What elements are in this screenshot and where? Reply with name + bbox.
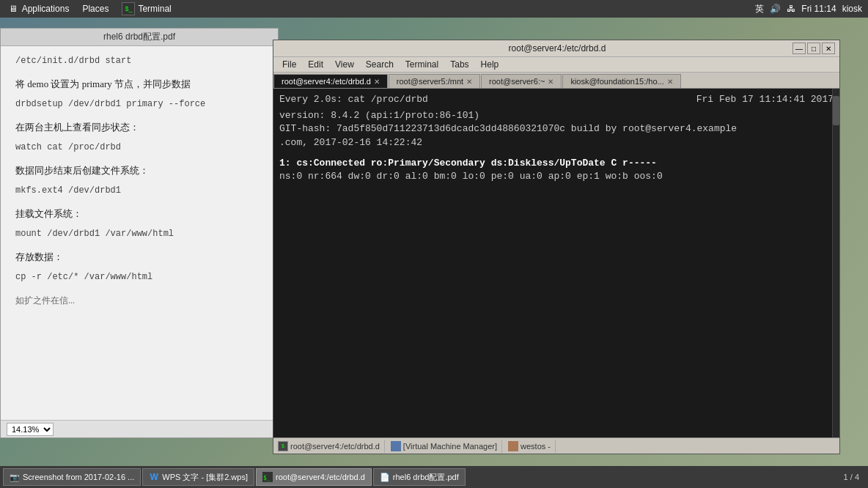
menu-search[interactable]: Search: [360, 58, 400, 71]
pdf-line-3: drbdsetup /dev/drbd1 primary --force: [15, 97, 263, 113]
statusbar-item-0[interactable]: $ root@server4:/etc/drbd.d: [273, 440, 385, 453]
tab-close-2[interactable]: ✕: [548, 78, 553, 86]
taskbar-terminal[interactable]: $_ root@server4:/etc/drbd.d: [256, 468, 372, 486]
maximize-button[interactable]: □: [807, 42, 820, 54]
terminal-output-line-2: .com, 2017-02-16 14:22:42: [279, 136, 834, 149]
terminal-output-line-5: ns:0 nr:664 dw:0 dr:0 al:0 bm:0 lo:0 pe:…: [279, 170, 834, 183]
terminal-output-line-1: GIT-hash: 7ad5f850d711223713d6dcadc3dd48…: [279, 122, 834, 136]
pdf-title: rhel6 drbd配置.pdf: [103, 32, 175, 42]
pdf-window: rhel6 drbd配置.pdf /etc/init.d/drbd start …: [0, 28, 279, 438]
tab-server4-drbd[interactable]: root@server4:/etc/drbd.d ✕: [273, 74, 388, 88]
pdf-content: /etc/init.d/drbd start 将 demo 设置为 primar…: [1, 46, 278, 316]
statusbar-label-0: root@server4:/etc/drbd.d: [290, 442, 380, 451]
terminal-applet[interactable]: $_ Terminal: [116, 1, 177, 17]
terminal-body[interactable]: Every 2.0s: cat /proc/drbd Fri Feb 17 11…: [273, 89, 839, 188]
pdf-line-7: mkfs.ext4 /dev/drbd1: [15, 183, 263, 199]
taskbar: 📷 Screenshot from 2017-02-16 ... W WPS 文…: [0, 466, 868, 488]
terminal-output-line-4: 1: cs:Connected ro:Primary/Secondary ds:…: [279, 157, 834, 170]
terminal-titlebar: root@server4:/etc/drbd.d — □ ✕: [273, 40, 839, 57]
taskbar-pdf[interactable]: 📄 rhel6 drbd配置.pdf: [373, 468, 466, 486]
tab-close-0[interactable]: ✕: [374, 78, 380, 86]
taskbar-wps[interactable]: W WPS 文字 - [集群2.wps]: [142, 468, 254, 486]
pdf-line-9: mount /dev/drbd1 /var/www/html: [15, 226, 263, 243]
pdf-zoom-bar: 14.13%: [1, 420, 278, 437]
terminal-title: root@server4:/etc/drbd.d: [322, 43, 792, 53]
tab-close-3[interactable]: ✕: [667, 78, 673, 86]
tab-label-1: root@server5:/mnt: [397, 77, 463, 86]
pdf-line-6: 数据同步结束后创建文件系统：: [15, 162, 263, 179]
taskbar-wps-label: WPS 文字 - [集群2.wps]: [162, 472, 248, 483]
tab-kiosk-foundation[interactable]: kiosk@foundation15:/ho... ✕: [562, 74, 680, 88]
terminal-win-buttons: — □ ✕: [792, 42, 835, 54]
taskbar-page-info: 1 / 4: [844, 473, 865, 481]
pdf-line-5: watch cat /proc/drbd: [15, 140, 263, 156]
wps-icon: W: [149, 472, 159, 482]
taskbar-screenshot[interactable]: 📷 Screenshot from 2017-02-16 ...: [3, 468, 141, 486]
terminal-tabs: root@server4:/etc/drbd.d ✕ root@server5:…: [273, 73, 839, 89]
terminal-scrollbar[interactable]: [832, 89, 839, 437]
scrollbar-thumb[interactable]: [833, 96, 839, 125]
menu-help[interactable]: Help: [475, 58, 505, 71]
terminal-icon: $_: [122, 2, 135, 15]
menu-file[interactable]: File: [276, 58, 302, 71]
screenshot-icon: 📷: [10, 472, 20, 482]
zoom-select[interactable]: 14.13%: [7, 423, 54, 436]
menu-view[interactable]: View: [329, 58, 360, 71]
page-info-label: 1 / 4: [844, 473, 859, 481]
statusbar-item-1[interactable]: [Virtual Machine Manager]: [386, 440, 502, 453]
terminal-menubar: File Edit View Search Terminal Tabs Help: [273, 57, 839, 73]
pdf-titlebar: rhel6 drbd配置.pdf: [1, 29, 278, 46]
terminal-window: root@server4:/etc/drbd.d — □ ✕ File Edit…: [273, 40, 840, 454]
tab-label-0: root@server4:/etc/drbd.d: [282, 77, 371, 86]
pdf-line-10: 存放数据：: [15, 248, 263, 265]
terminal-statusbar: $ root@server4:/etc/drbd.d [Virtual Mach…: [273, 437, 839, 454]
pdf-line-8: 挂载文件系统：: [15, 205, 263, 222]
pdf-line-2: 将 demo 设置为 primary 节点，并同步数据: [15, 75, 263, 92]
tab-label-2: root@server6:~: [489, 77, 545, 86]
applications-label: Applications: [22, 4, 70, 14]
taskbar-screenshot-label: Screenshot from 2017-02-16 ...: [23, 473, 134, 481]
pdf-line-1: /etc/init.d/drbd start: [15, 53, 263, 70]
terminal-output-line-0: version: 8.4.2 (api:1/proto:86-101): [279, 109, 834, 122]
tab-label-3: kiosk@foundation15:/ho...: [570, 77, 663, 86]
terminal-label: Terminal: [138, 4, 171, 14]
places-menu[interactable]: Places: [76, 2, 114, 15]
volume-icon[interactable]: 🔊: [770, 4, 781, 14]
tab-close-1[interactable]: ✕: [466, 78, 472, 86]
terminal-body-wrapper: Every 2.0s: cat /proc/drbd Fri Feb 17 11…: [273, 89, 839, 437]
statusbar-label-2: westos -: [521, 442, 551, 451]
terminal-blank-line: [279, 149, 834, 157]
terminal-watch-header: Every 2.0s: cat /proc/drbd Fri Feb 17 11…: [279, 93, 834, 106]
menu-tabs[interactable]: Tabs: [444, 58, 474, 71]
applications-menu[interactable]: 🖥 Applications: [3, 2, 75, 15]
language-indicator: 英: [755, 3, 764, 15]
clock: Fri 11:14: [801, 4, 836, 14]
minimize-button[interactable]: —: [792, 42, 806, 54]
westos-icon: [508, 441, 518, 451]
pdf-line-11: cp -r /etc/* /var/www/html: [15, 270, 263, 286]
terminal-timestamp: Fri Feb 17 11:14:41 2017: [696, 93, 834, 106]
tab-server6[interactable]: root@server6:~ ✕: [481, 74, 562, 88]
pdf-line-12: 如扩之件在信...: [15, 293, 263, 309]
pdf-line-4: 在两台主机上查看同步状态：: [15, 119, 263, 136]
network-icon[interactable]: 🖧: [787, 4, 795, 14]
pdf-icon: 📄: [380, 472, 390, 482]
top-panel: 🖥 Applications Places $_ Terminal 英 🔊 🖧 …: [0, 0, 868, 18]
terminal-watch-command: Every 2.0s: cat /proc/drbd: [279, 93, 428, 106]
vm-icon: [391, 441, 401, 451]
tab-server5-mnt[interactable]: root@server5:/mnt ✕: [389, 74, 480, 88]
taskbar-pdf-label: rhel6 drbd配置.pdf: [393, 472, 459, 483]
statusbar-item-2[interactable]: westos -: [504, 440, 556, 453]
kiosk-label: kiosk: [842, 4, 862, 14]
menu-terminal[interactable]: Terminal: [400, 58, 444, 71]
places-label: Places: [82, 4, 108, 14]
close-button[interactable]: ✕: [822, 42, 835, 54]
taskbar-terminal-label: root@server4:/etc/drbd.d: [276, 473, 365, 481]
menu-edit[interactable]: Edit: [302, 58, 329, 71]
terminal-icon-small: $: [278, 441, 288, 451]
svg-text:$_: $_: [263, 475, 271, 481]
statusbar-label-1: [Virtual Machine Manager]: [403, 442, 497, 451]
taskbar-terminal-icon: $_: [262, 472, 273, 482]
applications-icon: 🖥: [9, 4, 18, 14]
